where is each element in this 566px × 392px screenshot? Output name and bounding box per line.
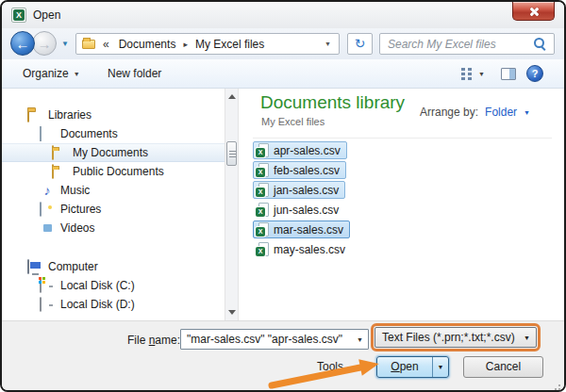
back-arrow-icon: ← xyxy=(16,36,30,52)
dialog-content: Libraries Documents My Documents Public … xyxy=(2,89,564,320)
command-toolbar: Organize ▼ New folder ▼ ? xyxy=(2,59,564,89)
sidebar-item-documents[interactable]: Documents xyxy=(2,124,225,143)
libraries-icon xyxy=(27,107,29,122)
search-input[interactable] xyxy=(386,35,527,53)
arrange-by-value[interactable]: Folder xyxy=(485,106,517,119)
scroll-up-icon[interactable] xyxy=(228,94,236,99)
open-split-button[interactable]: Open ▼ xyxy=(376,356,449,378)
arrange-by-label: Arrange by: xyxy=(420,106,478,119)
chevron-down-icon[interactable]: ▼ xyxy=(524,335,530,341)
sidebar-item-libraries[interactable]: Libraries xyxy=(2,106,225,124)
refresh-button[interactable]: ↻ xyxy=(347,33,373,55)
sidebar-item-pictures[interactable]: Pictures xyxy=(2,200,225,219)
navigation-pane: Libraries Documents My Documents Public … xyxy=(2,89,225,320)
file-item-jun-sales[interactable]: jun-sales.csv xyxy=(253,201,345,219)
file-type-combobox[interactable]: Text Files (*.prn;*.txt;*.csv) ▼ xyxy=(375,327,537,348)
new-folder-button[interactable]: New folder xyxy=(108,67,161,80)
navigation-bar: ← → ▼ « Documents ▸ My Excel files ▼ ↻ xyxy=(2,28,564,59)
tools-label: Tools xyxy=(317,360,343,373)
titlebar[interactable]: Open xyxy=(2,2,564,28)
sidebar-item-label: Computer xyxy=(48,260,98,273)
search-icon[interactable] xyxy=(534,38,546,50)
file-item-apr-sales[interactable]: apr-sales.csv xyxy=(253,141,347,159)
annotation-highlight-ring: Text Files (*.prn;*.txt;*.csv) ▼ xyxy=(371,323,541,351)
excel-csv-file-icon xyxy=(256,183,269,197)
documents-library-icon xyxy=(40,126,42,141)
file-item-jan-sales[interactable]: jan-sales.csv xyxy=(253,181,345,199)
organize-button[interactable]: Organize ▼ xyxy=(23,67,80,80)
breadcrumb-separator-icon[interactable]: ▸ xyxy=(181,40,190,49)
sidebar-item-music[interactable]: ♪ Music xyxy=(2,181,225,200)
excel-csv-file-icon xyxy=(256,163,269,177)
sidebar-item-label: Pictures xyxy=(60,203,101,216)
preview-pane-icon[interactable] xyxy=(501,68,516,80)
sidebar-item-label: Videos xyxy=(60,221,94,235)
arrange-by-control[interactable]: Arrange by: Folder ▼ xyxy=(420,106,530,119)
file-item-mar-sales[interactable]: mar-sales.csv xyxy=(253,220,350,238)
sidebar-item-computer[interactable]: Computer xyxy=(2,257,225,276)
sidebar-item-label: My Documents xyxy=(73,146,148,159)
library-subtitle: My Excel files xyxy=(261,116,325,127)
folder-icon xyxy=(82,40,95,49)
window-title: Open xyxy=(33,8,60,22)
sidebar-item-label: Local Disk (C:) xyxy=(60,279,135,292)
sidebar-item-public-documents[interactable]: Public Documents xyxy=(2,162,225,181)
computer-icon xyxy=(27,259,29,274)
file-name-input[interactable] xyxy=(185,331,347,348)
sidebar-item-label: Libraries xyxy=(48,108,92,122)
music-icon: ♪ xyxy=(40,184,55,197)
help-icon[interactable]: ? xyxy=(526,65,543,82)
file-list: apr-sales.csv feb-sales.csv jan-sales.cs… xyxy=(253,141,352,260)
excel-app-icon xyxy=(11,8,26,23)
chevron-down-icon: ▼ xyxy=(74,71,80,77)
scroll-down-icon[interactable] xyxy=(228,310,236,315)
sidebar-item-label: Documents xyxy=(60,127,118,140)
address-dropdown-icon[interactable]: ▼ xyxy=(321,41,335,47)
sidebar-item-videos[interactable]: Videos xyxy=(2,219,225,237)
excel-csv-file-icon xyxy=(256,222,269,237)
views-dropdown-icon[interactable]: ▼ xyxy=(478,71,485,77)
scrollbar-thumb[interactable] xyxy=(226,141,237,166)
pictures-icon xyxy=(40,202,42,217)
recent-pages-dropdown-icon[interactable]: ▼ xyxy=(61,40,69,48)
close-icon xyxy=(528,6,540,17)
excel-csv-file-icon xyxy=(256,143,269,157)
header-divider xyxy=(253,138,552,139)
file-type-value: Text Files (*.prn;*.txt;*.csv) xyxy=(382,331,515,344)
breadcrumb-item-my-excel-files[interactable]: My Excel files xyxy=(190,38,270,51)
file-name-label: File name: xyxy=(127,334,180,347)
forward-arrow-icon: → xyxy=(38,36,52,52)
change-view-icon[interactable] xyxy=(460,68,473,80)
close-button[interactable] xyxy=(512,2,555,21)
address-bar[interactable]: « Documents ▸ My Excel files ▼ xyxy=(75,33,340,55)
open-dropdown-icon[interactable]: ▼ xyxy=(432,357,448,377)
file-item-may-sales[interactable]: may-sales.csv xyxy=(253,240,352,258)
sidebar-item-label: Music xyxy=(60,184,90,197)
disk-icon xyxy=(40,297,42,312)
search-box[interactable] xyxy=(379,33,555,55)
open-button[interactable]: Open xyxy=(377,357,432,377)
breadcrumb-collapse-chevron[interactable]: « xyxy=(99,38,113,51)
sidebar-scrollbar[interactable] xyxy=(225,89,239,320)
tools-button[interactable]: Tools ▼ xyxy=(317,360,365,373)
folder-icon xyxy=(52,145,54,160)
file-item-feb-sales[interactable]: feb-sales.csv xyxy=(253,161,346,179)
library-title: Documents library xyxy=(260,92,405,113)
resize-grip[interactable] xyxy=(551,377,560,386)
file-name-combobox[interactable]: ▼ xyxy=(180,329,369,350)
breadcrumb-item-documents[interactable]: Documents xyxy=(113,38,182,51)
sidebar-item-local-disk-c[interactable]: Local Disk (C:) xyxy=(2,276,225,295)
cancel-button[interactable]: Cancel xyxy=(463,356,543,378)
chevron-down-icon[interactable]: ▼ xyxy=(524,109,530,116)
open-dialog-window: Open ← → ▼ « Documents ▸ My Excel files … xyxy=(0,0,566,392)
excel-csv-file-icon xyxy=(256,242,269,256)
forward-button[interactable]: → xyxy=(32,31,57,56)
back-button[interactable]: ← xyxy=(10,31,35,56)
sidebar-item-local-disk-d[interactable]: Local Disk (D:) xyxy=(2,295,225,314)
excel-csv-file-icon xyxy=(256,203,269,217)
sidebar-item-my-documents[interactable]: My Documents xyxy=(2,143,225,162)
dialog-footer: File name: ▼ Text Files (*.prn;*.txt;*.c… xyxy=(2,320,564,390)
new-folder-label: New folder xyxy=(108,67,161,80)
system-disk-icon xyxy=(40,278,42,293)
chevron-down-icon[interactable]: ▼ xyxy=(357,336,363,343)
